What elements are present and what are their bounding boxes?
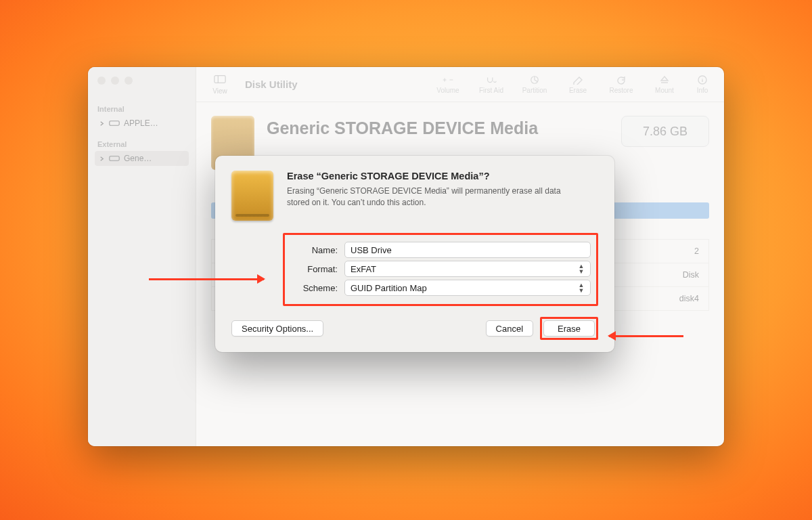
toolbar-firstaid-button[interactable]: First Aid: [472, 75, 510, 94]
sidebar-item-internal-0[interactable]: APPLE…: [95, 116, 189, 131]
svg-rect-1: [110, 156, 119, 160]
toolbar-view-button[interactable]: View: [204, 74, 235, 95]
form-highlight-box: Name: USB Drive Format: ExFAT ▲▼ Scheme:…: [283, 233, 598, 306]
chevron-right-icon: [99, 121, 105, 127]
internal-disk-icon: [109, 119, 120, 127]
sidebar-item-label: Gene…: [124, 154, 152, 163]
scheme-select[interactable]: GUID Partition Map ▲▼: [344, 280, 591, 296]
external-disk-icon: [109, 154, 120, 162]
external-drive-icon: [231, 171, 273, 221]
zoom-icon[interactable]: [125, 77, 133, 85]
security-options-button[interactable]: Security Options...: [231, 320, 323, 337]
toolbar-view-label: View: [212, 87, 227, 95]
toolbar-erase-button[interactable]: Erase: [559, 75, 597, 94]
erase-button-highlight: Erase: [540, 317, 598, 340]
toolbar-volume-button[interactable]: Volume: [429, 75, 467, 94]
dialog-description: Erasing “Generic STORAGE DEVICE Media” w…: [287, 186, 578, 209]
info-icon: [696, 75, 708, 85]
device-title: Generic STORAGE DEVICE Media: [267, 118, 609, 138]
minimize-icon[interactable]: [111, 77, 119, 85]
window-title: Disk Utility: [245, 79, 298, 90]
sidebar-section-internal: Internal: [97, 105, 186, 113]
scheme-label: Scheme:: [290, 283, 338, 293]
annotation-arrow-erase: [609, 335, 683, 337]
erase-icon: [572, 75, 584, 85]
pie-icon: [528, 75, 541, 85]
dialog-title: Erase “Generic STORAGE DEVICE Media”?: [287, 171, 578, 181]
svg-rect-0: [110, 121, 119, 125]
sidebar-section-external: External: [97, 140, 186, 148]
close-icon[interactable]: [97, 77, 106, 85]
toolbar-info-button[interactable]: Info: [689, 75, 716, 94]
sidebar-toggle-icon: [214, 74, 226, 84]
chevron-right-icon: [99, 156, 105, 162]
plus-minus-icon: [442, 75, 454, 85]
svg-rect-2: [215, 75, 225, 83]
toolbar-partition-button[interactable]: Partition: [516, 75, 554, 94]
stethoscope-icon: [485, 75, 497, 85]
name-label: Name:: [290, 245, 338, 255]
name-input[interactable]: USB Drive: [344, 242, 591, 258]
updown-caret-icon: ▲▼: [577, 263, 586, 274]
window-traffic-lights[interactable]: [97, 77, 133, 85]
sidebar-item-external-0[interactable]: Gene…: [95, 151, 189, 166]
toolbar-mount-button[interactable]: Mount: [646, 75, 683, 94]
erase-button[interactable]: Erase: [543, 320, 595, 337]
toolbar: View Disk Utility Volume First Aid Parti…: [196, 67, 724, 102]
sidebar-item-label: APPLE…: [124, 118, 158, 128]
updown-caret-icon: ▲▼: [577, 282, 586, 293]
toolbar-restore-button[interactable]: Restore: [602, 75, 640, 94]
restore-icon: [615, 75, 627, 85]
capacity-badge: 7.86 GB: [621, 116, 709, 147]
erase-dialog: Erase “Generic STORAGE DEVICE Media”? Er…: [215, 156, 614, 352]
format-select[interactable]: ExFAT ▲▼: [344, 261, 591, 277]
annotation-arrow-form: [149, 278, 264, 280]
eject-icon: [658, 75, 671, 85]
sidebar: Internal APPLE… External Gene…: [88, 67, 196, 446]
cancel-button[interactable]: Cancel: [486, 320, 533, 337]
format-label: Format:: [290, 264, 338, 274]
